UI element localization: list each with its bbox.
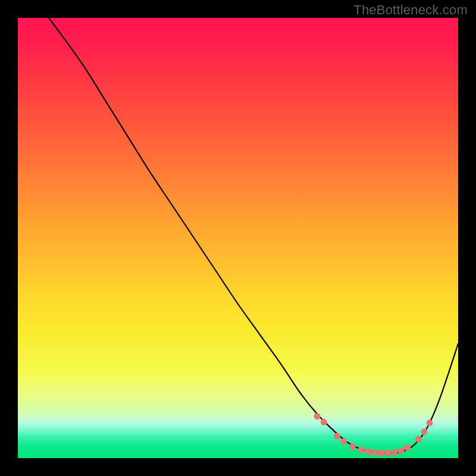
- chart-svg: [18, 18, 458, 458]
- marker-dot: [415, 436, 422, 443]
- marker-dot: [334, 433, 340, 440]
- marker-dot: [365, 448, 371, 455]
- marker-dot: [321, 419, 327, 425]
- marker-dot: [391, 449, 397, 456]
- watermark-text: TheBottleneck.com: [353, 2, 468, 18]
- marker-dot: [358, 446, 365, 453]
- bottleneck-curve: [49, 18, 458, 453]
- plot-area: [18, 18, 458, 458]
- flat-region-markers: [314, 413, 433, 456]
- chart-frame: TheBottleneck.com: [0, 0, 476, 476]
- marker-dot: [349, 443, 356, 450]
- marker-dot: [314, 413, 321, 419]
- marker-dot: [371, 449, 378, 456]
- marker-dot: [404, 444, 411, 451]
- marker-dot: [378, 450, 384, 456]
- marker-dot: [426, 419, 433, 426]
- marker-dot: [384, 450, 391, 456]
- marker-dot: [397, 447, 404, 454]
- marker-dot: [421, 428, 428, 435]
- marker-dot: [340, 438, 347, 444]
